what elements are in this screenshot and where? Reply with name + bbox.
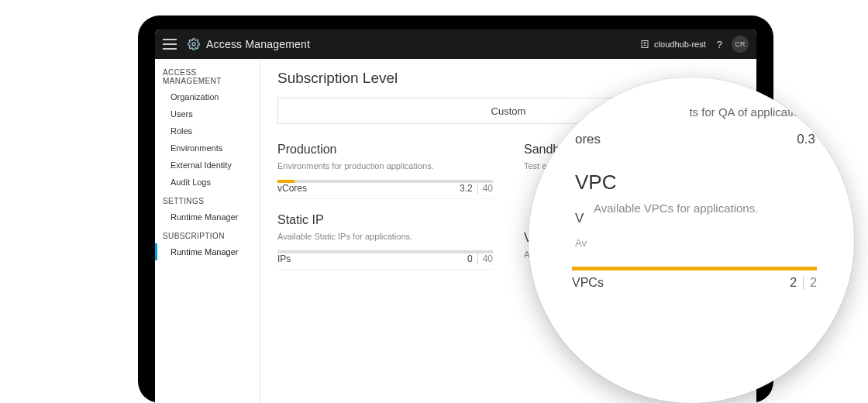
sidebar-item-runtime-manager-subscription[interactable]: Runtime Manager xyxy=(155,243,260,260)
lens-av-letter: Av xyxy=(575,237,587,249)
staticip-label: IPs xyxy=(277,253,291,264)
org-switcher[interactable]: cloudhub-rest xyxy=(640,40,706,49)
menu-icon[interactable] xyxy=(163,39,177,50)
sidebar: ACCESS MANAGEMENT Organization Users Rol… xyxy=(155,59,260,403)
production-vcores-max: 40 xyxy=(477,183,493,194)
lens-vpc-label-row: VPCs 2 2 xyxy=(572,276,817,290)
production-heading: Production xyxy=(277,143,493,157)
production-vcores-label: vCores xyxy=(277,183,307,194)
lens-vpc-bar xyxy=(572,267,817,270)
sidebar-item-environments[interactable]: Environments xyxy=(155,140,260,157)
production-vcores-metric: vCores 3.2 40 xyxy=(277,180,493,199)
lens-qa-text: ts for QA of applications. xyxy=(689,105,815,119)
svg-point-0 xyxy=(192,43,195,46)
lens-v-letter: V xyxy=(575,211,584,226)
production-vcores-value: 3.2 xyxy=(460,183,477,194)
app-title: Access Management xyxy=(206,38,310,50)
sidebar-section-subscription: SUBSCRIPTION xyxy=(155,226,260,243)
staticip-subheading: Available Static IPs for applications. xyxy=(277,232,493,241)
plan-label: Custom xyxy=(491,105,526,117)
lens-ores-label: ores xyxy=(575,132,601,147)
sidebar-item-external-identity[interactable]: External Identity xyxy=(155,157,260,174)
production-vcores-fill xyxy=(277,180,294,183)
lens-ores-value: 0.3 xyxy=(797,132,815,147)
lens-vpc-bar-row xyxy=(572,267,817,270)
col-left: Production Environments for production a… xyxy=(277,138,493,270)
staticip-bar xyxy=(277,250,493,253)
org-name: cloudhub-rest xyxy=(654,40,706,49)
lens-vpcs-max: 2 xyxy=(803,276,817,290)
help-icon[interactable]: ? xyxy=(717,39,722,50)
avatar[interactable]: CR xyxy=(732,36,749,53)
sidebar-item-roles[interactable]: Roles xyxy=(155,122,260,140)
lens-vpc-sub: Available VPCs for applications. xyxy=(594,202,758,215)
sidebar-section-access-management: ACCESS MANAGEMENT xyxy=(155,62,260,88)
lens-ores-row: ores 0.3 xyxy=(575,132,815,147)
sidebar-item-runtime-manager-settings[interactable]: Runtime Manager xyxy=(155,208,260,226)
sidebar-section-settings: SETTINGS xyxy=(155,191,260,208)
staticip-value: 0 xyxy=(467,253,477,264)
lens-vpcs-label: VPCs xyxy=(572,276,604,290)
staticip-max: 40 xyxy=(477,253,493,264)
topbar: Access Management cloudhub-rest ? CR xyxy=(155,29,756,59)
zoom-lens: ts for QA of applications. ores 0.3 VPC … xyxy=(529,78,854,403)
sidebar-item-audit-logs[interactable]: Audit Logs xyxy=(155,174,260,191)
sidebar-item-users[interactable]: Users xyxy=(155,105,260,122)
gear-icon xyxy=(188,38,200,50)
staticip-metric: IPs 0 40 xyxy=(277,250,493,270)
staticip-heading: Static IP xyxy=(277,213,493,227)
production-vcores-bar xyxy=(277,180,493,183)
org-icon xyxy=(640,40,649,49)
lens-vpcs-value: 2 xyxy=(790,276,803,290)
lens-vpc-fill xyxy=(572,267,817,270)
production-subheading: Environments for production applications… xyxy=(277,161,493,170)
sidebar-item-organization[interactable]: Organization xyxy=(155,88,260,105)
lens-vpc-heading: VPC xyxy=(575,170,616,195)
